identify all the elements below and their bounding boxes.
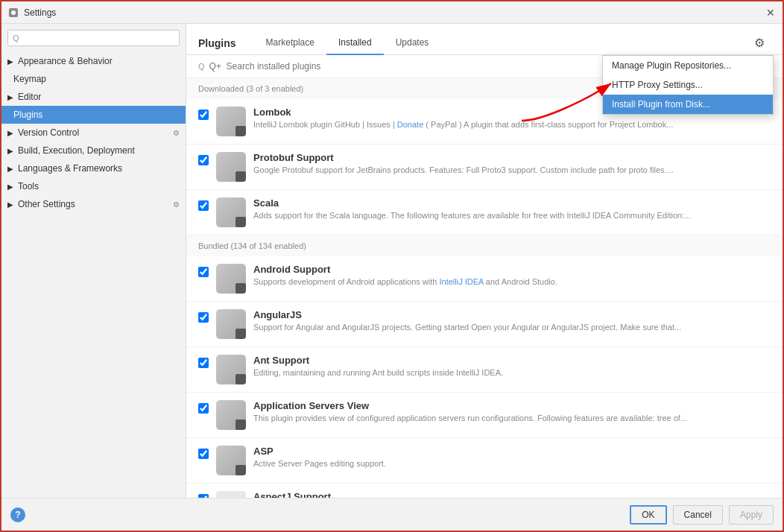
bundled-section-header: Bundled (134 of 134 enabled) (186, 235, 783, 256)
dropdown-manage-repos[interactable]: Manage Plugin Repositories... (603, 56, 773, 75)
gear-button[interactable]: ⚙ (748, 31, 771, 54)
sidebar-item-label: Editor (18, 92, 41, 102)
main-content: Q ▶ Appearance & Behavior Keymap ▶ Edito… (1, 24, 783, 498)
ant-info: Ant Support Editing, maintaining and run… (253, 355, 771, 379)
gear-dropdown-menu: Manage Plugin Repositories... HTTP Proxy… (602, 55, 774, 115)
ant-icon (216, 355, 246, 384)
sidebar-item-build[interactable]: ▶ Build, Execution, Deployment (1, 142, 186, 159)
tab-marketplace[interactable]: Marketplace (254, 31, 326, 55)
tab-marketplace-label: Marketplace (266, 37, 314, 48)
plugin-item-aspectj: AspectJ Support (186, 484, 783, 498)
tab-installed-label: Installed (338, 37, 372, 48)
asp-icon (216, 446, 246, 475)
sidebar-item-label: Tools (18, 181, 39, 191)
bottom-bar: ? OK Cancel Apply (1, 498, 783, 531)
android-info: Android Support Supports development of … (253, 264, 771, 288)
apply-button[interactable]: Apply (729, 505, 774, 525)
ant-badge (235, 374, 246, 384)
appservers-badge (235, 419, 246, 430)
android-desc: Supports development of Android applicat… (253, 276, 771, 288)
angularjs-badge (235, 329, 246, 339)
close-button[interactable]: ✕ (765, 7, 777, 19)
aspectj-info: AspectJ Support (253, 491, 771, 498)
dropdown-http-proxy[interactable]: HTTP Proxy Settings... (603, 75, 773, 95)
tab-updates-label: Updates (396, 37, 429, 48)
bottom-buttons: OK Cancel Apply (630, 505, 774, 525)
protobuf-name: Protobuf Support (253, 152, 771, 163)
manage-repos-label: Manage Plugin Repositories... (612, 60, 731, 71)
android-badge (235, 283, 246, 294)
sidebar-item-plugins[interactable]: Plugins (1, 106, 186, 124)
appservers-icon (216, 400, 246, 430)
help-button[interactable]: ? (10, 507, 25, 522)
lombok-desc: IntelliJ Lombok plugin GitHub | Issues |… (253, 119, 771, 130)
lombok-donate-link[interactable]: Donate (397, 120, 423, 129)
sidebar-item-keymap[interactable]: Keymap (1, 70, 186, 88)
scala-icon (216, 197, 246, 227)
svg-point-1 (11, 10, 16, 15)
arrow-icon: ▶ (7, 93, 13, 101)
protobuf-checkbox[interactable] (198, 155, 209, 165)
android-name: Android Support (253, 264, 771, 275)
sidebar-search-input[interactable] (22, 33, 174, 43)
android-icon (216, 264, 246, 294)
angularjs-desc: Support for Angular and AngularJS projec… (253, 322, 771, 333)
other-settings-icon: ⚙ (173, 200, 180, 209)
plugin-item-angularjs: AngularJS Support for Angular and Angula… (186, 302, 783, 347)
sidebar-item-label: Other Settings (18, 199, 75, 209)
scala-info: Scala Adds support for the Scala languag… (253, 197, 771, 221)
scala-name: Scala (253, 197, 771, 209)
ant-desc: Editing, maintaining and running Ant bui… (253, 367, 771, 379)
window-title: Settings (24, 7, 56, 18)
arrow-icon: ▶ (7, 200, 13, 209)
cancel-button[interactable]: Cancel (673, 505, 723, 525)
sidebar-item-tools[interactable]: ▶ Tools (1, 177, 186, 195)
sidebar-item-label: Build, Execution, Deployment (18, 145, 135, 156)
tab-installed[interactable]: Installed (326, 31, 384, 55)
angularjs-info: AngularJS Support for Angular and Angula… (253, 309, 771, 333)
android-idea-link[interactable]: IntelliJ IDEA (440, 277, 484, 286)
appservers-info: Application Servers View This plugin pro… (253, 400, 771, 424)
angularjs-icon (216, 309, 246, 339)
protobuf-icon (216, 152, 246, 182)
sidebar-item-label: Version Control (18, 127, 79, 138)
sidebar-item-editor[interactable]: ▶ Editor (1, 88, 186, 106)
plugins-header: Plugins Marketplace Installed Updates ⚙ (186, 24, 783, 55)
arrow-icon: ▶ (7, 165, 13, 173)
lombok-checkbox[interactable] (198, 110, 209, 120)
protobuf-info: Protobuf Support Google Protobuf support… (253, 152, 771, 176)
angularjs-checkbox[interactable] (198, 312, 209, 323)
asp-badge (235, 465, 246, 475)
lombok-icon (216, 107, 246, 136)
ok-button[interactable]: OK (630, 505, 666, 525)
plugin-item-ant: Ant Support Editing, maintaining and run… (186, 347, 783, 393)
settings-app-icon (7, 7, 19, 19)
plugin-item-protobuf: Protobuf Support Google Protobuf support… (186, 145, 783, 190)
sidebar-search[interactable]: Q (7, 30, 180, 46)
search-icon: Q (13, 34, 19, 42)
asp-checkbox[interactable] (198, 449, 209, 459)
android-checkbox[interactable] (198, 267, 209, 277)
dropdown-install-disk[interactable]: Install Plugin from Disk... (603, 95, 773, 114)
plugin-search-icon: Q (198, 62, 205, 71)
sidebar-item-other[interactable]: ▶ Other Settings ⚙ (1, 195, 186, 213)
tab-updates[interactable]: Updates (384, 31, 441, 55)
sidebar-item-label: Languages & Frameworks (18, 163, 122, 174)
asp-info: ASP Active Server Pages editing support. (253, 446, 771, 469)
appservers-checkbox[interactable] (198, 403, 209, 414)
appservers-desc: This plugin provides view of configured … (253, 413, 771, 424)
sidebar-item-appearance[interactable]: ▶ Appearance & Behavior (1, 52, 186, 70)
aspectj-checkbox[interactable] (198, 494, 209, 498)
plugins-title: Plugins (198, 37, 236, 49)
scala-checkbox[interactable] (198, 200, 209, 211)
right-panel-wrapper: Plugins Marketplace Installed Updates ⚙ … (186, 24, 783, 498)
arrow-icon: ▶ (7, 147, 13, 155)
sidebar-item-languages[interactable]: ▶ Languages & Frameworks (1, 159, 186, 177)
aspectj-icon (216, 491, 246, 498)
sidebar-item-label: Keymap (13, 74, 46, 84)
settings-window: Settings ✕ Q ▶ Appearance & Behavior Key… (0, 0, 784, 532)
appservers-name: Application Servers View (253, 400, 771, 411)
angularjs-name: AngularJS (253, 309, 771, 320)
ant-checkbox[interactable] (198, 358, 209, 368)
sidebar-item-version-control[interactable]: ▶ Version Control ⚙ (1, 124, 186, 142)
